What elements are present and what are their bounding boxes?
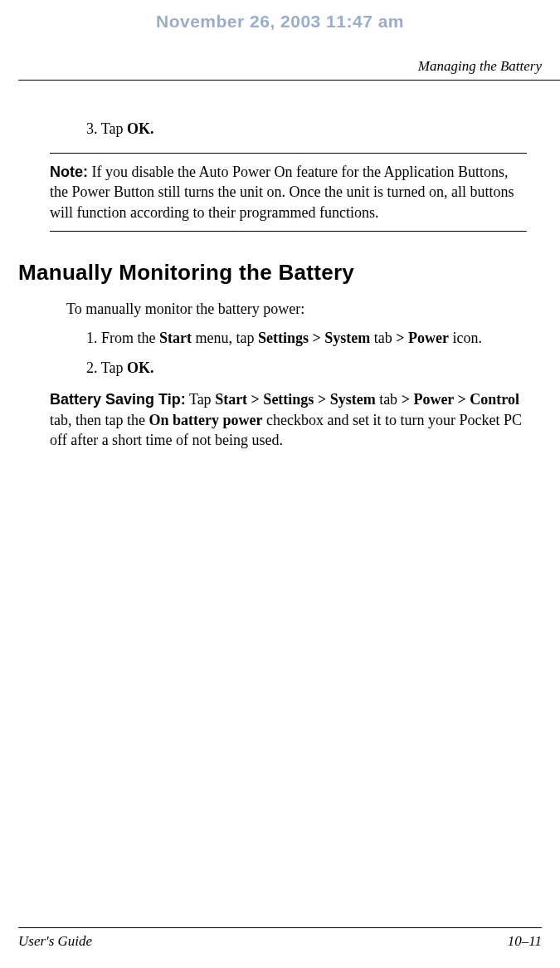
page-footer: User's Guide 10–11 bbox=[18, 927, 542, 950]
step-bold: OK. bbox=[127, 120, 154, 137]
b: > Power > Control bbox=[402, 391, 519, 408]
note-label: Note: bbox=[50, 164, 88, 180]
t: icon. bbox=[449, 330, 482, 346]
step-number: 3. bbox=[86, 120, 98, 137]
b: > Power bbox=[396, 330, 449, 346]
b: OK. bbox=[127, 359, 154, 376]
note-rule-bottom bbox=[50, 231, 527, 232]
tip-block: Battery Saving Tip: Tap Start > Settings… bbox=[50, 389, 527, 450]
b: Settings > System bbox=[258, 330, 370, 346]
note-rule-top bbox=[50, 153, 527, 154]
step-number: 2. bbox=[86, 359, 98, 376]
t: tab bbox=[370, 330, 396, 346]
section-heading: Manually Monitoring the Battery bbox=[18, 260, 542, 286]
b: On battery power bbox=[149, 412, 262, 428]
t: Tap bbox=[98, 359, 127, 376]
note-text: If you disable the Auto Power On feature… bbox=[50, 164, 514, 221]
t: tab bbox=[376, 391, 402, 408]
b: Start > Settings > System bbox=[215, 391, 376, 408]
step-text: Tap bbox=[98, 120, 127, 137]
b: Start bbox=[159, 330, 192, 346]
footer-left: User's Guide bbox=[18, 933, 92, 950]
section-intro: To manually monitor the battery power: bbox=[66, 301, 527, 318]
step-1: 1. From the Start menu, tap Settings > S… bbox=[86, 328, 509, 348]
running-head: Managing the Battery bbox=[18, 58, 560, 81]
page-content: 3. Tap OK. Note: If you disable the Auto… bbox=[0, 120, 560, 450]
t: From the bbox=[98, 330, 160, 346]
note-block: Note: If you disable the Auto Power On f… bbox=[50, 162, 527, 222]
footer-right: 10–11 bbox=[508, 933, 542, 950]
tip-label: Battery Saving Tip: bbox=[50, 391, 186, 408]
t: menu, tap bbox=[192, 330, 258, 346]
draft-timestamp: November 26, 2003 11:47 am bbox=[0, 0, 560, 32]
step-2: 2. Tap OK. bbox=[86, 358, 509, 378]
step-3: 3. Tap OK. bbox=[86, 120, 542, 138]
t: Tap bbox=[186, 391, 215, 408]
t: tab, then tap the bbox=[50, 412, 149, 428]
step-number: 1. bbox=[86, 330, 98, 346]
